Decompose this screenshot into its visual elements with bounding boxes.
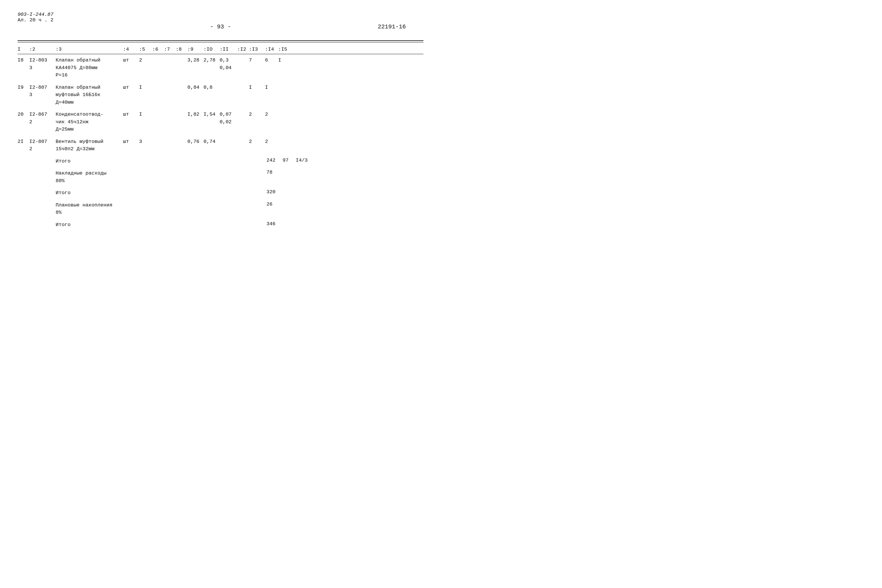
col-header-7: :7	[164, 46, 176, 52]
table-row: I8I2-803 3Клапан обратный КА44075 Д=80мм…	[18, 54, 423, 81]
summary-c13-3: 26	[267, 201, 283, 207]
table-row: 2II2-807 2Вентиль муфтовый 15ч8п2 Д=32мм…	[18, 136, 423, 155]
row-3-c5: 3	[139, 138, 152, 146]
row-1-c4: шт	[123, 84, 139, 92]
row-2-c3: Конденсатоотвод- чик 45ч12нж Д=25мм	[56, 111, 123, 133]
col-header-12: :I2	[237, 46, 249, 52]
summary-section: Итого24297I4/3Накладные расходы 80%78Ито…	[18, 155, 423, 231]
row-2-c2: I2-867 2	[29, 111, 56, 126]
col-header-14: :I4	[265, 46, 278, 52]
row-1-c13: I	[249, 84, 265, 92]
row-3-c13: 2	[249, 138, 265, 146]
summary-c13-1: 78	[267, 170, 283, 175]
row-2-c1: 20	[18, 111, 29, 118]
row-1-c1: I9	[18, 84, 29, 92]
summary-row: Итого24297I4/3	[18, 155, 423, 168]
column-headers: I :2 :3 :4 :5 :6 :7 :8 :9 :IO :II :I2 :I…	[18, 45, 423, 54]
table-body: I8I2-803 3Клапан обратный КА44075 Д=80мм…	[18, 54, 423, 155]
table-row: I9I2-807 3Клапан обратный муфтовый 16Б16…	[18, 81, 423, 109]
row-0-c9: 3,28	[188, 57, 204, 64]
summary-label-0: Итого	[56, 158, 123, 165]
summary-c14-0: 97	[283, 158, 296, 163]
summary-c13-4: 346	[267, 221, 283, 226]
row-0-c15: I	[278, 57, 296, 64]
col-header-1: I	[18, 46, 29, 52]
col-header-2: :2	[29, 46, 56, 52]
summary-row: Плановые накопления 8%26	[18, 199, 423, 219]
summary-row: Накладные расходы 80%78	[18, 167, 423, 187]
summary-label-3: Плановые накопления 8%	[56, 201, 123, 216]
row-3-c2: I2-807 2	[29, 138, 56, 153]
row-3-c3: Вентиль муфтовый 15ч8п2 Д=32мм	[56, 138, 123, 153]
col-header-10: :IO	[204, 46, 220, 52]
col-header-13: :I3	[249, 46, 265, 52]
row-2-c4: шт	[123, 111, 139, 118]
row-0-c11: 0,3 0,04	[220, 57, 237, 72]
summary-label-4: Итого	[56, 221, 123, 229]
row-1-c2: I2-807 3	[29, 84, 56, 99]
summary-row: Итого320	[18, 187, 423, 199]
row-0-c2: I2-803 3	[29, 57, 56, 72]
row-2-c11: 0,07 0,02	[220, 111, 237, 126]
row-3-c10: 0,74	[204, 138, 220, 146]
row-1-c14: I	[265, 84, 278, 92]
row-3-c9: 0,76	[188, 138, 204, 146]
row-0-c1: I8	[18, 57, 29, 64]
header-center: - 93 -	[18, 23, 423, 30]
row-2-c10: I,54	[204, 111, 220, 118]
col-header-5: :5	[139, 46, 152, 52]
row-0-c14: 6	[265, 57, 278, 64]
row-0-c13: 7	[249, 57, 265, 64]
row-0-c10: 2,78	[204, 57, 220, 64]
row-2-c14: 2	[265, 111, 278, 118]
col-header-6: :6	[152, 46, 164, 52]
row-2-c9: I,82	[188, 111, 204, 118]
row-3-c14: 2	[265, 138, 278, 146]
row-1-c5: I	[139, 84, 152, 92]
row-2-c13: 2	[249, 111, 265, 118]
summary-c13-0: 242	[267, 158, 283, 163]
row-1-c10: 0,8	[204, 84, 220, 92]
row-3-c1: 2I	[18, 138, 29, 146]
page-header: 903-I-244.87 Ал. 20 ч . 2 - 93 - 22191-1…	[18, 12, 423, 23]
header-right: 22191-16	[378, 23, 406, 30]
header-line2: Ал. 20 ч . 2	[18, 17, 423, 23]
summary-row: Итого346	[18, 219, 423, 231]
row-3-c4: шт	[123, 138, 139, 146]
row-1-c9: 0,84	[188, 84, 204, 92]
row-1-c3: Клапан обратный муфтовый 16Б16к Д=40мм	[56, 84, 123, 106]
summary-label-2: Итого	[56, 189, 123, 197]
col-header-8: :8	[176, 46, 188, 52]
row-0-c3: Клапан обратный КА44075 Д=80мм Р=16	[56, 57, 123, 79]
row-0-c4: шт	[123, 57, 139, 64]
header-line1: 903-I-244.87	[18, 12, 423, 17]
table-row: 20I2-867 2Конденсатоотвод- чик 45ч12нж Д…	[18, 108, 423, 136]
row-2-c5: I	[139, 111, 152, 118]
col-header-11: :II	[220, 46, 237, 52]
col-header-4: :4	[123, 46, 139, 52]
summary-label-1: Накладные расходы 80%	[56, 170, 123, 184]
summary-c13-2: 320	[267, 189, 283, 195]
col-header-15: :I5	[278, 46, 296, 52]
summary-c15-0: I4/3	[296, 158, 314, 163]
col-header-9: :9	[188, 46, 204, 52]
col-header-3: :3	[56, 46, 123, 52]
row-0-c5: 2	[139, 57, 152, 64]
